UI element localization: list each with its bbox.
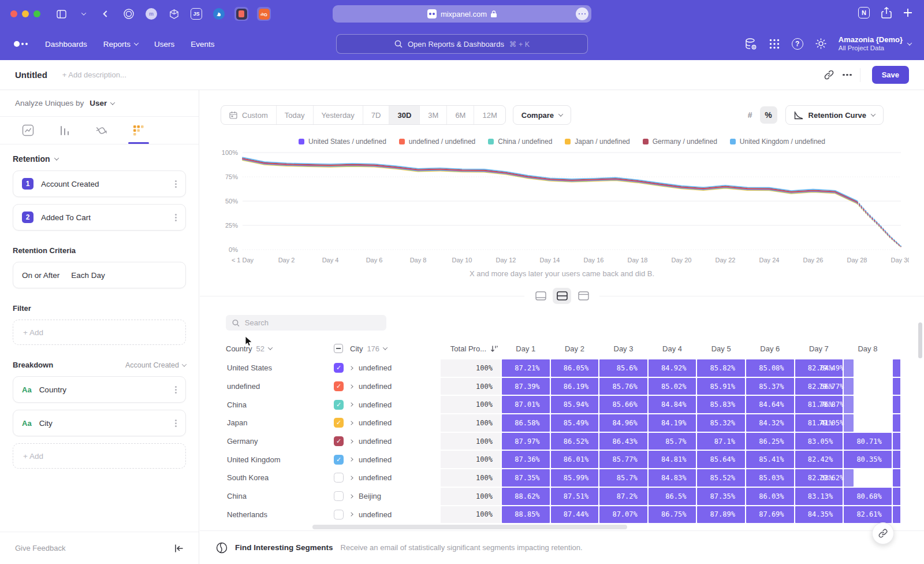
range-yesterday[interactable]: Yesterday <box>314 106 363 124</box>
data-management-icon[interactable] <box>744 38 757 50</box>
expand-row-icon[interactable] <box>349 494 353 498</box>
day-cell[interactable]: 79.62% <box>844 469 854 487</box>
city-column-header[interactable]: City 176 <box>334 344 440 353</box>
country-cell[interactable]: China <box>226 400 334 409</box>
range-today[interactable]: Today <box>277 106 314 124</box>
tab-insights[interactable] <box>16 117 39 144</box>
mixpanel-logo[interactable] <box>14 41 28 47</box>
day-cell[interactable]: 85.52% <box>697 469 745 487</box>
day-cell[interactable]: 80.35% <box>844 451 892 468</box>
row-checkbox[interactable]: ✓ <box>334 400 344 410</box>
expand-row-icon[interactable] <box>349 476 353 480</box>
save-button[interactable]: Save <box>872 66 909 84</box>
day-cell[interactable]: 87.1% <box>697 433 745 450</box>
extension-target-icon[interactable] <box>122 7 136 21</box>
new-tab-icon[interactable] <box>903 8 912 17</box>
retention-step-card[interactable]: 1Account Created <box>13 170 186 197</box>
add-description-button[interactable]: + Add description... <box>62 70 126 79</box>
expand-row-icon[interactable] <box>349 439 353 443</box>
day-cell[interactable]: 84.81% <box>649 451 696 468</box>
row-checkbox[interactable]: ✓ <box>334 381 344 391</box>
day-cell[interactable]: 85.66% <box>599 396 647 413</box>
tab-funnels[interactable] <box>53 117 76 144</box>
row-checkbox[interactable] <box>334 491 344 501</box>
day-cell[interactable]: 86.19% <box>551 378 599 395</box>
row-checkbox[interactable] <box>334 473 344 483</box>
day-cell[interactable]: 85.03% <box>746 469 794 487</box>
day-cell[interactable]: 85.99% <box>551 469 599 487</box>
range-7d[interactable]: 7D <box>363 106 390 124</box>
report-title[interactable]: Untitled <box>15 70 47 80</box>
back-icon[interactable] <box>99 7 113 21</box>
country-cell[interactable]: South Korea <box>226 473 334 482</box>
help-icon[interactable]: ? <box>792 38 803 50</box>
breakdown-card-city[interactable]: AaCity <box>13 410 186 436</box>
expand-row-icon[interactable] <box>349 403 353 407</box>
country-cell[interactable]: undefined <box>226 382 334 391</box>
table-search-input[interactable] <box>245 318 380 327</box>
total-column-header[interactable]: Total Pro... <box>440 344 501 353</box>
country-cell[interactable]: Japan <box>226 418 334 427</box>
day-cell[interactable]: 87.51% <box>551 488 599 505</box>
day-cell[interactable]: 85.41% <box>746 451 794 468</box>
address-bar-more-icon[interactable] <box>576 8 588 20</box>
segments-title[interactable]: Find Interesting Segments <box>235 543 333 552</box>
day-cell[interactable]: 85.6% <box>599 359 647 377</box>
country-cell[interactable]: Netherlands <box>226 510 334 519</box>
day-cell[interactable]: 85.76% <box>599 378 647 395</box>
row-checkbox[interactable]: ✓ <box>334 363 344 373</box>
day-cell[interactable]: 86.52% <box>551 433 599 450</box>
chevron-down-icon[interactable] <box>77 7 91 21</box>
day-cell[interactable]: 80.71% <box>844 433 892 450</box>
day-cell[interactable]: 86.5% <box>649 488 696 505</box>
copy-link-icon[interactable] <box>824 69 834 80</box>
split-view-button[interactable] <box>553 288 571 304</box>
tab-mixpanel-icon[interactable] <box>234 7 248 21</box>
day-cell[interactable]: 87.89% <box>697 506 745 524</box>
retention-section-header[interactable]: Retention <box>13 154 186 164</box>
range-12m[interactable]: 12M <box>474 106 505 124</box>
range-6m[interactable]: 6M <box>447 106 474 124</box>
day-cell[interactable]: 87.35% <box>502 469 550 487</box>
day-cell[interactable]: 86.01% <box>551 451 599 468</box>
day-cell[interactable]: 83.13% <box>795 488 843 505</box>
percent-toggle[interactable]: % <box>760 106 777 124</box>
day-cell[interactable]: 85.77% <box>599 451 647 468</box>
tab-flows[interactable] <box>90 117 113 144</box>
nav-item-dashboards[interactable]: Dashboards <box>45 40 87 49</box>
analyze-value[interactable]: User <box>90 99 107 107</box>
day-column-header[interactable]: Day 5 <box>696 344 746 353</box>
day-cell[interactable]: 85.32% <box>697 414 745 432</box>
day-cell[interactable]: 86.25% <box>746 433 794 450</box>
legend-item[interactable]: Germany / undefined <box>643 138 717 146</box>
day-cell[interactable]: 88.85% <box>502 506 550 524</box>
legend-item[interactable]: Japan / undefined <box>565 138 629 146</box>
sidebar-toggle-icon[interactable] <box>54 7 68 21</box>
more-options-icon[interactable] <box>175 389 177 391</box>
day-column-header[interactable]: Day 7 <box>795 344 844 353</box>
country-cell[interactable]: United Kingdom <box>226 455 334 464</box>
day-cell[interactable]: 86.05% <box>551 359 599 377</box>
day-cell[interactable]: 86.75% <box>649 506 696 524</box>
zoom-window-button[interactable] <box>33 10 40 17</box>
more-options-icon[interactable] <box>175 183 177 185</box>
chevron-down-icon[interactable] <box>110 100 115 105</box>
range-30d[interactable]: 30D <box>389 106 420 124</box>
criteria-value[interactable]: Each Day <box>71 271 105 280</box>
settings-gear-icon[interactable] <box>815 38 827 50</box>
extension-js-icon[interactable]: JS <box>189 7 203 21</box>
day-cell[interactable]: 79.77% <box>844 378 854 395</box>
row-checkbox[interactable]: ✓ <box>334 418 344 428</box>
day-cell[interactable]: 79.49% <box>844 359 854 377</box>
day-cell[interactable]: 83.05% <box>795 433 843 450</box>
day-cell[interactable]: 87.01% <box>502 396 550 413</box>
tab-soundcloud-icon[interactable] <box>257 7 271 21</box>
breakdown-card-country[interactable]: AaCountry <box>13 376 186 403</box>
share-link-fab[interactable] <box>872 522 894 544</box>
day-cell[interactable]: 80.68% <box>844 488 892 505</box>
retention-step-card[interactable]: 2Added To Cart <box>13 204 186 231</box>
share-icon[interactable] <box>881 7 892 18</box>
extension-m-icon[interactable]: m <box>144 7 158 21</box>
day-cell[interactable]: 88.62% <box>502 488 550 505</box>
day-column-header[interactable]: Day 1 <box>501 344 550 353</box>
